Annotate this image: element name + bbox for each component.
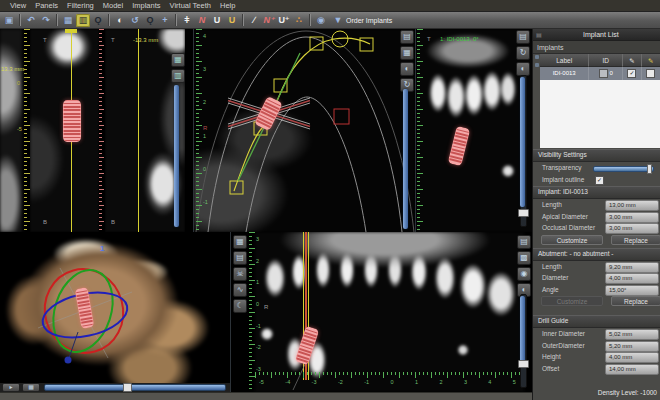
implant-table-header: Label ID ✎ ✎: [540, 54, 660, 67]
implant-replace-button[interactable]: Replace: [611, 235, 660, 245]
viewport-tool-button[interactable]: ▤: [516, 30, 530, 44]
rotation-gizmo[interactable]: [0, 232, 230, 384]
menu-panels[interactable]: Panels: [35, 1, 58, 10]
column-header-id[interactable]: ID: [589, 54, 623, 67]
transparency-slider[interactable]: [593, 166, 654, 172]
viewport-tool-button[interactable]: ▤: [517, 235, 531, 249]
volume-slider-handle[interactable]: [123, 383, 132, 392]
property-value-field[interactable]: 15,00°: [605, 285, 659, 296]
column-header-label[interactable]: Label: [540, 54, 589, 67]
toolbar-separator: [56, 14, 58, 26]
virtual-tooth-icon[interactable]: U: [225, 14, 239, 27]
orientation-label-bottom: B: [111, 219, 115, 225]
add-nerve-icon[interactable]: N⁺: [262, 14, 276, 27]
ruler-label: 3: [464, 379, 467, 385]
property-value-field[interactable]: 4,00 mm: [605, 273, 659, 284]
volume-slider-bar: ▸▦: [0, 383, 230, 392]
pencil-yellow-icon[interactable]: ✎: [642, 54, 660, 67]
layout-grid-icon[interactable]: ▦: [61, 14, 75, 27]
viewport-tool-button[interactable]: ◉: [517, 267, 531, 281]
volume-slider-track[interactable]: [44, 384, 226, 391]
slider-tool-button[interactable]: ▸: [2, 383, 20, 392]
implant-pin-icon[interactable]: ǂ: [180, 14, 194, 27]
property-value-field[interactable]: 14,00 mm: [605, 364, 659, 375]
property-value-field[interactable]: 5,20 mm: [605, 341, 659, 352]
contrast-icon[interactable]: ◐: [113, 14, 127, 27]
add-tooth-icon[interactable]: U⁺: [277, 14, 291, 27]
panoramic-h-ruler: [255, 372, 522, 378]
magnifier-icon[interactable]: Ǫ: [91, 14, 105, 27]
redo-icon[interactable]: ↷: [39, 14, 53, 27]
abutment-replace-button[interactable]: Replace: [611, 296, 660, 306]
visible-checkbox[interactable]: ✓: [627, 69, 636, 78]
implants-label: Implants: [537, 44, 563, 51]
order-implants-button[interactable]: ▼ Order Implants: [333, 14, 392, 27]
spline-control-point[interactable]: [360, 38, 373, 51]
volume-3d-viewport[interactable]: 1 ▸▦: [0, 232, 231, 392]
property-value-field[interactable]: 3,00 mm: [605, 212, 659, 223]
undo-icon[interactable]: ↶: [24, 14, 38, 27]
spiral-icon[interactable]: ◉: [314, 14, 328, 27]
menu-filtering[interactable]: Filtering: [67, 1, 94, 10]
cross-scroll-slider[interactable]: [174, 85, 179, 227]
abutment-section-header: Abutment: - no abutment -: [533, 248, 660, 261]
implant-table-row[interactable]: IDI-0013 0 ✓: [540, 67, 660, 80]
cross-ruler-labels: 0-5: [17, 80, 22, 132]
panoramic-scroll-handle[interactable]: [518, 360, 529, 368]
property-value-field[interactable]: 5,02 mm: [605, 329, 659, 340]
axial-scroll-slider[interactable]: [403, 89, 408, 229]
abutment-customize-button[interactable]: Customize: [541, 296, 603, 306]
menu-virtual-teeth[interactable]: Virtual Teeth: [170, 1, 211, 10]
save-icon[interactable]: ▣: [2, 14, 16, 27]
ruler-label: 5: [513, 379, 516, 385]
menu-help[interactable]: Help: [220, 1, 235, 10]
slider-tool-button[interactable]: ▦: [22, 383, 40, 392]
axial-viewport[interactable]: 43210-1 R ▤▦◐↻: [194, 29, 416, 232]
panel-toggle-icon[interactable]: ▥: [76, 14, 90, 27]
viewport-tool-button[interactable]: ▤: [400, 30, 414, 44]
panoramic-viewport[interactable]: ▦▤☠∿☾ 3210-1-2-3 R T -5-4-3-2-1012345 ▤▩…: [231, 232, 532, 392]
viewport-tool-button[interactable]: ▦: [171, 53, 185, 67]
menu-model[interactable]: Model: [103, 1, 123, 10]
drill-icon[interactable]: ∕: [247, 14, 261, 27]
implant-marker[interactable]: [63, 100, 81, 142]
rotate-icon[interactable]: ↺: [128, 14, 142, 27]
viewport-tool-button[interactable]: ↻: [516, 46, 530, 60]
tooth-icon[interactable]: U: [210, 14, 224, 27]
sagittal-scroll-handle[interactable]: [518, 209, 529, 217]
property-value-field[interactable]: 13,00 mm: [605, 200, 659, 211]
gizmo-handle-dot[interactable]: [65, 357, 72, 364]
drill-guide-section-header: Drill Guide: [533, 315, 660, 328]
spline-control-point[interactable]: [274, 79, 287, 92]
sagittal-viewport[interactable]: T 1: IDI-0013, 0° ▤↻◐: [416, 29, 532, 232]
transparency-slider-handle[interactable]: [647, 164, 652, 174]
property-value-field[interactable]: 3,00 mm: [605, 223, 659, 234]
nerve-icon[interactable]: N: [195, 14, 209, 27]
bottom-strip: [0, 392, 532, 400]
implant-outline-checkbox[interactable]: ✓: [595, 176, 604, 185]
menu-implants[interactable]: Implants: [132, 1, 160, 10]
property-value-field[interactable]: 9,20 mm: [605, 262, 659, 273]
viewport-tool-button[interactable]: ◐: [400, 62, 414, 76]
zoom-icon[interactable]: Ǫ: [143, 14, 157, 27]
orientation-label-bottom: B: [43, 219, 47, 225]
slice-axis-line[interactable]: [138, 29, 139, 232]
viewport-tool-button[interactable]: ◐: [516, 62, 530, 76]
panel-title-bar[interactable]: ▤ Implant List: [533, 29, 660, 41]
viewport-tool-button[interactable]: ▥: [171, 69, 185, 83]
viewport-tool-button[interactable]: ▦: [400, 46, 414, 60]
implant-customize-button[interactable]: Customize: [541, 235, 603, 245]
points-icon[interactable]: ∴: [292, 14, 306, 27]
cross-section-viewport[interactable]: 0-5 T B 13.3 mm T -13.3 mm B ▦▥: [0, 29, 194, 232]
viewport-tool-button[interactable]: ▩: [517, 251, 531, 265]
pan-icon[interactable]: +: [158, 14, 172, 27]
outline-checkbox[interactable]: [646, 69, 655, 78]
cross-slice-1[interactable]: T B: [30, 29, 99, 232]
id-checkbox[interactable]: [599, 69, 608, 78]
pencil-icon[interactable]: ✎: [623, 54, 641, 67]
property-label: Inner Diameter: [542, 330, 585, 337]
property-row: Apical Diameter 3,00 mm: [533, 211, 660, 223]
property-value-field[interactable]: 4,00 mm: [605, 352, 659, 363]
tooth-position-box[interactable]: [334, 109, 349, 124]
menu-view[interactable]: View: [10, 1, 26, 10]
